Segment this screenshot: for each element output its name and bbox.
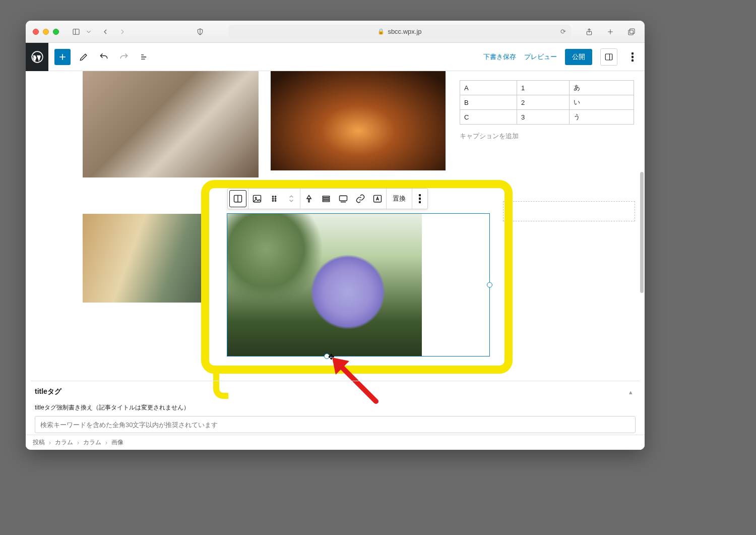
table-row: C 3 う <box>460 110 634 125</box>
title-tag-sub: titleタグ強制書き換え（記事タイトルは変更されません） <box>35 403 636 412</box>
new-tab-icon[interactable] <box>604 26 616 38</box>
svg-point-24 <box>275 196 276 197</box>
nav-forward-button[interactable] <box>116 26 129 38</box>
reload-icon[interactable]: ⟳ <box>560 28 566 35</box>
text-overlay-icon[interactable] <box>369 189 386 209</box>
tabs-icon[interactable] <box>625 26 638 38</box>
nav-back-button[interactable] <box>99 26 111 38</box>
block-inserter-button[interactable] <box>54 49 71 65</box>
publish-button[interactable]: 公開 <box>565 49 592 65</box>
document-outline-icon[interactable] <box>137 50 151 64</box>
edit-tool-icon[interactable] <box>77 50 91 64</box>
table-block[interactable]: A 1 あ B 2 い C 3 う キャプションを追加 <box>460 80 634 141</box>
replace-button[interactable]: 置換 <box>387 194 412 203</box>
window-traffic-lights <box>33 29 59 35</box>
svg-rect-31 <box>323 198 329 200</box>
save-draft-link[interactable]: 下書き保存 <box>483 52 516 62</box>
svg-point-17 <box>632 56 633 57</box>
svg-rect-6 <box>630 29 635 33</box>
breadcrumb-item[interactable]: 画像 <box>111 438 123 447</box>
redo-icon[interactable] <box>117 50 131 64</box>
breadcrumb-separator: › <box>105 439 107 446</box>
editor-canvas[interactable]: A 1 あ B 2 い C 3 う キャプションを追加 <box>26 71 645 450</box>
svg-point-37 <box>419 198 420 199</box>
breadcrumb-separator: › <box>49 439 51 446</box>
move-cursor-icon: ✥ <box>328 352 335 362</box>
svg-rect-7 <box>628 30 633 34</box>
svg-rect-29 <box>308 199 309 202</box>
image-block-night-alley[interactable] <box>271 71 446 170</box>
chevron-down-icon[interactable] <box>85 26 92 38</box>
shield-icon[interactable] <box>194 26 206 38</box>
align-icon[interactable] <box>300 189 318 209</box>
svg-rect-33 <box>340 196 347 201</box>
sidebar-toggle-icon[interactable] <box>70 26 82 38</box>
block-breadcrumb: 投稿 › カラム › カラム › 画像 <box>26 435 645 450</box>
lock-icon: 🔒 <box>377 28 385 35</box>
svg-marker-40 <box>332 358 349 375</box>
panel-collapse-icon[interactable]: ▴ <box>629 388 633 396</box>
svg-point-22 <box>255 197 257 199</box>
svg-point-23 <box>272 196 273 197</box>
breadcrumb-item[interactable]: 投稿 <box>33 438 45 447</box>
image-hydrangea[interactable] <box>227 214 422 356</box>
browser-window: 🔒 sbcc.wpx.jp ⟳ <box>26 21 645 450</box>
caption-icon[interactable] <box>335 189 352 209</box>
image-block-street-market[interactable] <box>83 71 259 177</box>
svg-point-36 <box>419 194 420 196</box>
breadcrumb-item[interactable]: カラム <box>83 438 101 447</box>
address-bar[interactable]: 🔒 sbcc.wpx.jp ⟳ <box>228 25 571 39</box>
window-maximize-button[interactable] <box>53 29 59 35</box>
resize-handle-right[interactable] <box>487 282 492 288</box>
svg-point-28 <box>275 200 276 201</box>
breadcrumb-item[interactable]: カラム <box>55 438 73 447</box>
block-more-icon[interactable] <box>412 189 427 209</box>
svg-point-16 <box>632 52 633 54</box>
svg-rect-0 <box>73 29 79 34</box>
table-row: B 2 い <box>460 95 634 110</box>
wide-align-icon[interactable] <box>318 189 335 209</box>
svg-point-8 <box>32 51 43 63</box>
svg-rect-14 <box>605 54 612 60</box>
drag-handle-icon[interactable] <box>266 189 283 209</box>
preview-link[interactable]: プレビュー <box>524 52 557 62</box>
svg-point-26 <box>275 198 276 199</box>
block-type-image-icon[interactable] <box>248 189 266 209</box>
url-host: sbcc.wpx.jp <box>388 28 421 35</box>
titlebar: 🔒 sbcc.wpx.jp ⟳ <box>26 21 645 43</box>
table-caption-placeholder[interactable]: キャプションを追加 <box>460 132 634 141</box>
share-icon[interactable] <box>583 26 595 38</box>
scrollbar <box>640 101 644 450</box>
title-tag-input[interactable] <box>35 416 636 433</box>
breadcrumb-separator: › <box>77 439 79 446</box>
svg-point-27 <box>272 200 273 201</box>
window-close-button[interactable] <box>33 29 39 35</box>
wp-logo[interactable] <box>26 43 48 71</box>
svg-point-38 <box>419 201 420 203</box>
move-up-down-icon[interactable] <box>283 189 300 209</box>
table-row: A 1 あ <box>460 81 634 95</box>
undo-icon[interactable] <box>97 50 111 64</box>
svg-point-25 <box>272 198 273 199</box>
empty-column-dropzone[interactable] <box>503 201 635 221</box>
window-minimize-button[interactable] <box>43 29 49 35</box>
svg-rect-30 <box>323 196 329 198</box>
more-menu-icon[interactable] <box>625 50 640 64</box>
wp-editor: 下書き保存 プレビュー 公開 A 1 あ <box>26 43 645 450</box>
wp-topbar: 下書き保存 プレビュー 公開 <box>26 43 645 71</box>
block-toolbar: 置換 <box>227 188 428 209</box>
selected-image-block[interactable] <box>227 213 490 356</box>
svg-point-18 <box>632 60 633 61</box>
scrollbar-thumb[interactable] <box>640 172 644 293</box>
parent-column-icon[interactable] <box>229 190 246 207</box>
title-tag-heading: titleタグ <box>35 387 636 396</box>
image-block-water-ladle[interactable] <box>83 214 207 303</box>
settings-panel-toggle[interactable] <box>600 48 617 66</box>
link-icon[interactable] <box>352 189 369 209</box>
svg-rect-32 <box>323 200 329 202</box>
